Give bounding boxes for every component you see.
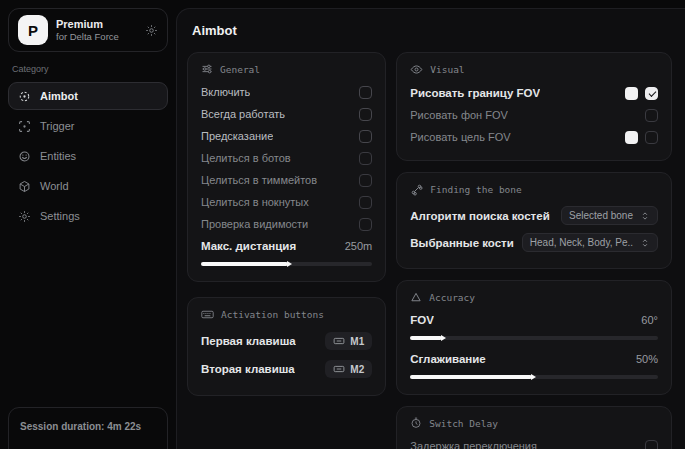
eye-icon	[410, 63, 423, 76]
selected-bones-dropdown[interactable]: Head, Neck, Body, Pe..	[522, 233, 658, 252]
fov-target-color-swatch[interactable]	[625, 131, 638, 144]
session-duration-box: Session duration: 4m 22s	[8, 407, 168, 449]
slider-fill	[201, 262, 288, 266]
keyboard-icon	[333, 335, 345, 347]
sidebar-item-label: World	[40, 180, 69, 192]
world-cube-icon	[18, 180, 31, 193]
section-title: Switch Delay	[429, 418, 498, 429]
settings-gear-icon	[18, 210, 31, 223]
visibility-check-checkbox[interactable]	[359, 218, 372, 231]
activation-buttons-card: Activation buttons Первая клавиша M1	[187, 297, 386, 396]
main-panel: Aimbot General В	[176, 8, 685, 449]
enable-checkbox[interactable]	[359, 86, 372, 99]
max-distance-label: Макс. дистанция	[201, 240, 296, 252]
bone-algorithm-label: Алгоритм поиска костей	[410, 210, 553, 222]
selected-bones-row: Выбранные кости Head, Neck, Body, Pe..	[410, 229, 658, 256]
keybind-value: M1	[350, 336, 364, 347]
finding-bone-card: Finding the bone Алгоритм поиска костей …	[396, 172, 672, 269]
prediction-checkbox[interactable]	[359, 130, 372, 143]
second-key-row: Вторая клавиша M2	[201, 355, 372, 383]
triangle-icon	[410, 291, 422, 303]
section-title: Activation buttons	[221, 309, 324, 320]
draw-fov-background-row: Рисовать фон FOV	[410, 104, 658, 126]
max-distance-slider[interactable]	[201, 262, 372, 266]
target-knocked-checkbox[interactable]	[359, 196, 372, 209]
fov-value: 60°	[641, 314, 658, 326]
visual-card-header: Visual	[410, 63, 658, 76]
fov-border-color-swatch[interactable]	[625, 87, 638, 100]
first-key-label: Первая клавиша	[201, 335, 296, 347]
setting-label: Рисовать фон FOV	[410, 109, 508, 121]
second-key-label: Вторая клавиша	[201, 363, 295, 375]
sidebar-item-settings[interactable]: Settings	[8, 202, 168, 230]
setting-row-prediction: Предсказание	[201, 125, 372, 147]
slider-fill	[410, 375, 531, 379]
setting-label: Целиться в нокнутых	[201, 196, 309, 208]
sidebar: P Premium for Delta Force Category Aimbo…	[0, 0, 176, 449]
second-keybind-button[interactable]: M2	[325, 360, 372, 378]
general-card-header: General	[201, 63, 372, 75]
switch-delay-label: Задержка переключения	[410, 440, 537, 449]
switch-delay-toggle-row: Задержка переключения	[410, 435, 658, 449]
setting-row-target-teammates: Целиться в тиммейтов	[201, 169, 372, 191]
draw-fov-border-checkbox[interactable]	[645, 87, 658, 100]
setting-label: Всегда работать	[201, 108, 285, 120]
section-title: General	[220, 64, 260, 75]
section-title: Accuracy	[429, 292, 475, 303]
activation-card-header: Activation buttons	[201, 308, 372, 321]
dropdown-value: Selected bone	[569, 210, 633, 221]
sidebar-item-label: Entities	[40, 150, 76, 162]
setting-label: Предсказание	[201, 130, 273, 142]
sidebar-item-label: Settings	[40, 210, 80, 222]
fov-slider[interactable]	[410, 336, 658, 340]
sidebar-item-label: Aimbot	[40, 90, 78, 102]
target-teammates-checkbox[interactable]	[359, 174, 372, 187]
max-distance-value: 250m	[345, 240, 373, 252]
section-title: Visual	[430, 64, 464, 75]
accuracy-card: Accuracy FOV 60° Сглаживание 50%	[396, 280, 672, 395]
setting-label: Целиться в ботов	[201, 152, 291, 164]
app-logo-card: P Premium for Delta Force	[8, 8, 168, 52]
clock-icon	[410, 417, 422, 429]
sidebar-item-trigger[interactable]: Trigger	[8, 112, 168, 140]
bone-icon	[410, 183, 423, 196]
setting-row-always-work: Всегда работать	[201, 103, 372, 125]
draw-fov-border-row: Рисовать границу FOV	[410, 82, 658, 104]
switch-delay-card-header: Switch Delay	[410, 417, 658, 429]
keyboard-icon	[333, 363, 345, 375]
draw-fov-target-row: Рисовать цель FOV	[410, 126, 658, 148]
max-distance-row: Макс. дистанция 250m	[201, 235, 372, 257]
setting-label: Проверка видимости	[201, 218, 308, 230]
unfold-chevrons-icon	[640, 238, 650, 248]
setting-row-target-knocked: Целиться в нокнутых	[201, 191, 372, 213]
sidebar-item-world[interactable]: World	[8, 172, 168, 200]
switch-delay-card: Switch Delay Задержка переключения Задер…	[396, 406, 672, 449]
first-keybind-button[interactable]: M1	[325, 332, 372, 350]
bone-algorithm-row: Алгоритм поиска костей Selected bone	[410, 202, 658, 229]
bone-card-header: Finding the bone	[410, 183, 658, 196]
draw-fov-background-checkbox[interactable]	[645, 109, 658, 122]
gear-icon[interactable]	[145, 24, 158, 37]
keyboard-icon	[201, 308, 214, 321]
visual-card: Visual Рисовать границу FOV Рисовать фон…	[396, 52, 672, 161]
always-work-checkbox[interactable]	[359, 108, 372, 121]
smoothing-row: Сглаживание 50%	[410, 348, 658, 370]
setting-label: Рисовать цель FOV	[410, 131, 510, 143]
target-bots-checkbox[interactable]	[359, 152, 372, 165]
entities-eye-icon	[18, 150, 31, 163]
switch-delay-checkbox[interactable]	[645, 440, 658, 449]
bone-algorithm-dropdown[interactable]: Selected bone	[561, 206, 658, 225]
draw-fov-target-checkbox[interactable]	[645, 131, 658, 144]
category-label: Category	[12, 64, 164, 74]
first-key-row: Первая клавиша M1	[201, 327, 372, 355]
trigger-scope-icon	[18, 120, 31, 133]
setting-label: Целиться в тиммейтов	[201, 174, 317, 186]
sidebar-item-entities[interactable]: Entities	[8, 142, 168, 170]
general-card: General Включить Всегда работать Предска…	[187, 52, 386, 282]
crosshair-icon	[18, 90, 31, 103]
session-duration-text: Session duration: 4m 22s	[20, 421, 141, 432]
dropdown-value: Head, Neck, Body, Pe..	[530, 237, 633, 248]
sidebar-item-aimbot[interactable]: Aimbot	[8, 82, 168, 110]
app-subtitle: for Delta Force	[56, 31, 137, 42]
smoothing-slider[interactable]	[410, 375, 658, 379]
